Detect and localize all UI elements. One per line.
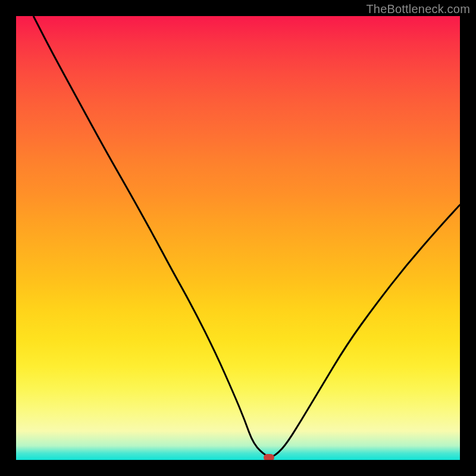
watermark-text: TheBottleneck.com <box>366 2 470 16</box>
optimal-marker <box>264 454 274 460</box>
plot-area <box>16 16 460 460</box>
bottleneck-curve <box>33 16 460 457</box>
curve-layer <box>16 16 460 460</box>
chart-stage: TheBottleneck.com <box>0 0 476 476</box>
